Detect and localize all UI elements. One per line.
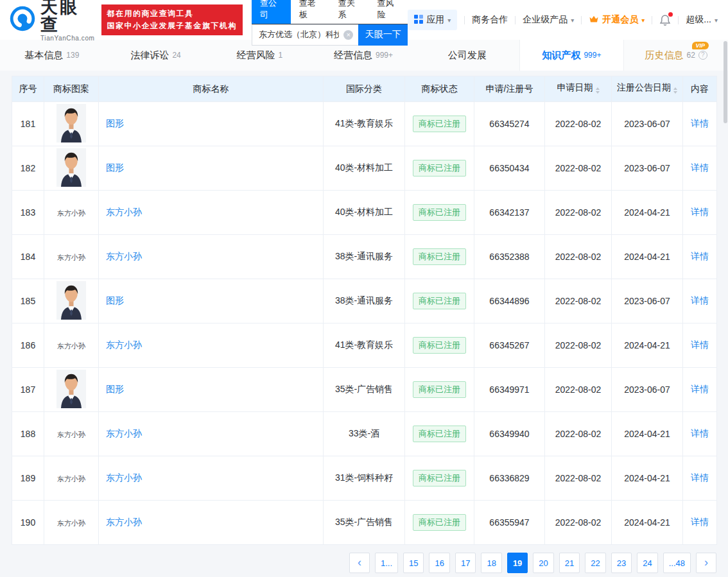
vertical-scrollbar[interactable] (724, 41, 727, 123)
tab-legal-litigation[interactable]: 法律诉讼24 (104, 40, 208, 71)
brand-slogan: 都在用的商业查询工具 国家中小企业发展子基金旗下机构 (101, 4, 243, 35)
page-button-23[interactable]: 23 (611, 553, 632, 573)
text-trademark-image[interactable]: 东方小孙 (57, 519, 85, 527)
row-index: 182 (12, 146, 44, 191)
sort-icon (596, 85, 600, 96)
page-button-16[interactable]: 16 (429, 553, 449, 573)
search-tab-company[interactable]: 查公司 (252, 0, 291, 24)
row-index: 189 (12, 456, 44, 501)
column-header-pub-date[interactable]: 注册公告日期 (612, 76, 683, 102)
detail-link[interactable]: 详情 (691, 472, 709, 483)
detail-link[interactable]: 详情 (691, 428, 709, 438)
apply-date: 2022-08-02 (545, 368, 612, 412)
status-badge: 商标已注册 (413, 514, 466, 531)
publication-date: 2024-04-21 (612, 456, 683, 501)
row-index: 190 (12, 501, 44, 545)
column-header-apply-date[interactable]: 申请日期 (545, 76, 612, 102)
publication-date: 2023-06-07 (612, 146, 683, 191)
page-button-19[interactable]: 19 (507, 553, 528, 573)
table-row: 181 图形 41类-教育娱乐 商标已注册 66345274 2022-08-0… (12, 102, 717, 146)
detail-link[interactable]: 详情 (691, 340, 709, 350)
intl-class: 38类-通讯服务 (324, 279, 405, 323)
text-trademark-image[interactable]: 东方小孙 (57, 342, 85, 350)
clear-search-icon[interactable]: × (343, 30, 353, 40)
page-button-20[interactable]: 20 (533, 553, 553, 573)
page-button-24[interactable]: 24 (637, 553, 657, 573)
page-button-1[interactable]: 1... (375, 553, 398, 573)
pagination: ‹ 1...15161718192021222324...48 › (12, 553, 716, 573)
search-tab-risk[interactable]: 查风险 (368, 0, 408, 24)
detail-link[interactable]: 详情 (691, 162, 709, 173)
row-index: 181 (12, 102, 44, 146)
text-trademark-image[interactable]: 东方小孙 (57, 254, 85, 261)
registration-number: 66336829 (474, 456, 545, 501)
nav-business-cooperation[interactable]: 商务合作 (472, 14, 508, 26)
publication-date: 2023-06-07 (612, 279, 683, 323)
detail-link[interactable]: 详情 (691, 295, 709, 306)
page-button-17[interactable]: 17 (455, 553, 476, 573)
trademark-image-cell (44, 102, 99, 146)
portrait-photo[interactable] (56, 370, 86, 408)
tab-operation-risk[interactable]: 经营风险1 (207, 40, 311, 71)
trademark-name-link[interactable]: 图形 (106, 162, 124, 173)
page-button-15[interactable]: 15 (403, 553, 424, 573)
trademark-name-link[interactable]: 东方小孙 (106, 517, 142, 527)
page-button-18[interactable]: 18 (481, 553, 501, 573)
detail-link[interactable]: 详情 (691, 384, 709, 394)
column-header-reg-number: 申请/注册号 (474, 76, 545, 102)
trademark-name-link[interactable]: 图形 (106, 295, 124, 306)
column-header-status: 商标状态 (405, 76, 474, 102)
help-icon[interactable]: ? (698, 51, 707, 60)
nav-enterprise-products[interactable]: 企业级产品 ▾ (523, 14, 574, 26)
intl-class: 35类-广告销售 (324, 368, 405, 412)
intl-class: 38类-通讯服务 (324, 235, 405, 279)
portrait-photo[interactable] (56, 281, 86, 320)
detail-link[interactable]: 详情 (691, 207, 709, 217)
trademark-name-link[interactable]: 东方小孙 (106, 251, 142, 261)
apply-date: 2022-08-02 (545, 191, 612, 235)
page-button-22[interactable]: 22 (585, 553, 605, 573)
tab-intellectual-property[interactable]: 知识产权999+ (519, 40, 625, 71)
trademark-image-cell: 东方小孙 (44, 456, 99, 501)
apps-menu[interactable]: 应用 ▾ (408, 10, 457, 30)
next-page-button[interactable]: › (696, 553, 716, 573)
text-trademark-image[interactable]: 东方小孙 (57, 431, 85, 438)
registration-number: 66350434 (474, 146, 545, 191)
text-trademark-image[interactable]: 东方小孙 (57, 475, 85, 483)
page-button-21[interactable]: 21 (559, 553, 580, 573)
portrait-photo[interactable] (56, 148, 86, 187)
vip-badge: VIP (692, 42, 709, 49)
page-button-48[interactable]: ...48 (663, 553, 691, 573)
detail-link[interactable]: 详情 (691, 517, 709, 527)
chevron-down-icon: ▾ (447, 17, 451, 24)
detail-link[interactable]: 详情 (691, 251, 709, 261)
trademark-name-link[interactable]: 东方小孙 (106, 472, 142, 483)
logo-title: 天眼查 (40, 0, 95, 33)
table-row: 187 图形 35类-广告销售 商标已注册 66349971 2022-08-0… (12, 368, 717, 412)
trademark-name-link[interactable]: 东方小孙 (106, 207, 142, 217)
search-tab-boss[interactable]: 查老板 (291, 0, 330, 24)
prev-page-button[interactable]: ‹ (349, 553, 370, 573)
notification-bell-icon[interactable] (659, 14, 671, 26)
tab-operation-info[interactable]: 经营信息999+ (311, 40, 415, 71)
portrait-photo[interactable] (56, 104, 86, 142)
tab-basic-info[interactable]: 基本信息139 (0, 40, 104, 71)
publication-date: 2024-04-21 (612, 501, 683, 545)
tab-history-info[interactable]: VIP 历史信息62 ? (624, 40, 728, 71)
trademark-name-link[interactable]: 图形 (106, 384, 124, 394)
trademark-name-link[interactable]: 东方小孙 (106, 340, 142, 350)
user-account-menu[interactable]: 超级... ▾ (686, 14, 718, 26)
publication-date: 2024-04-21 (612, 412, 683, 456)
open-vip-button[interactable]: 开通会员 ▾ (589, 14, 645, 26)
text-trademark-image[interactable]: 东方小孙 (57, 209, 85, 217)
chevron-down-icon: ▾ (571, 17, 574, 24)
table-row: 184 东方小孙 东方小孙 38类-通讯服务 商标已注册 66352388 20… (12, 235, 717, 279)
tianyancha-logo[interactable]: 天眼查 TianYanCha.com (9, 0, 95, 42)
tab-company-development[interactable]: 公司发展 (415, 40, 519, 71)
trademark-name-link[interactable]: 东方小孙 (106, 428, 142, 438)
search-tab-relation[interactable]: 查关系 (330, 0, 369, 24)
table-row: 186 东方小孙 东方小孙 41类-教育娱乐 商标已注册 66345267 20… (12, 323, 717, 368)
trademark-name-link[interactable]: 图形 (106, 118, 124, 128)
status-badge: 商标已注册 (413, 204, 466, 221)
detail-link[interactable]: 详情 (691, 118, 709, 128)
